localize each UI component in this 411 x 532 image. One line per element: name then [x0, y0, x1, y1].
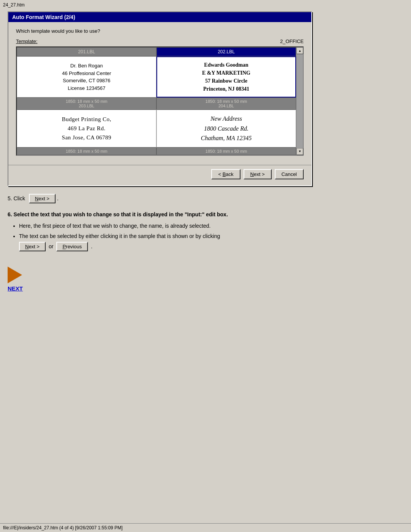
wizard-question: Which template would you like to use? [16, 28, 304, 34]
next-arrow-section: NEXT [8, 267, 403, 293]
next-link[interactable]: NEXT [8, 284, 23, 293]
template-grid: 201.LBL 202.LBL Dr. Ben Rogan46 Proffesi… [17, 47, 296, 155]
wizard-window: Auto Format Wizard (2/4) Which template … [8, 11, 312, 186]
back-label: < Back [218, 171, 233, 177]
period: . [91, 242, 92, 251]
template-preview-201[interactable]: Dr. Ben Rogan46 Proffesional CenterSomer… [17, 56, 156, 97]
template-preview-203[interactable]: Budget Printing Co,469 La Paz Rd.San Jos… [17, 110, 156, 147]
template-label: Template: [16, 38, 37, 44]
next-arrow-icon [8, 267, 22, 283]
step5-next-button[interactable]: Next > [29, 194, 56, 203]
scroll-down-btn[interactable]: ▼ [296, 148, 303, 155]
template-header-202[interactable]: 202.LBL [156, 47, 296, 56]
step5-button-wrapper: Next > [29, 195, 57, 201]
template-dim-203: 1850: 18 mm x 50 mm [17, 147, 156, 155]
template-dim-202: 1850: 18 mm x 50 mm204.LBL [156, 97, 296, 110]
inline-next-button[interactable]: Next > [19, 242, 46, 251]
scrollbar[interactable]: ▲ ▼ [296, 47, 303, 155]
step6-bullets: Here, the first piece of text that we wi… [19, 222, 403, 251]
step5-line: 5. Click Next > . [8, 194, 403, 203]
template-grid-scroll: 201.LBL 202.LBL Dr. Ben Rogan46 Proffesi… [17, 47, 296, 155]
bullet-1: Here, the first piece of text that we wi… [19, 222, 403, 230]
or-text: or [49, 242, 53, 251]
step5-period: . [57, 195, 59, 201]
wizard-titlebar: Auto Format Wizard (2/4) [8, 12, 311, 22]
back-button[interactable]: < Back [211, 169, 240, 179]
template-value: 2_OFFICE [280, 38, 304, 44]
inline-btn-row: Next > or Previous . [19, 242, 403, 251]
scroll-track [296, 54, 303, 148]
step6-label: 6. Select the text that you wish to chan… [8, 211, 228, 217]
wizard-body: Which template would you like to use? Te… [8, 22, 311, 162]
cancel-button[interactable]: Cancel [275, 169, 304, 179]
cancel-label: Cancel [282, 171, 297, 177]
next-button-wizard[interactable]: Next > [244, 169, 272, 179]
wizard-title: Auto Format Wizard (2/4) [12, 14, 75, 20]
page-content: 5. Click Next > . 6. Select the text tha… [8, 194, 403, 293]
step5-label: 5. Click [8, 195, 25, 201]
template-preview-202[interactable]: Edwards GoodmanE &Y MARKETING57 Rainbow … [156, 56, 296, 97]
template-grid-wrapper: 201.LBL 202.LBL Dr. Ben Rogan46 Proffesi… [16, 46, 304, 156]
template-dim-204: 1850: 18 mm x 50 mm [156, 147, 296, 155]
step6-line: 6. Select the text that you wish to chan… [8, 210, 403, 219]
bullet-2: The text can be selected by either click… [19, 232, 403, 251]
status-bar: file:///E|/insiders/24_27.htm (4 of 4) [… [0, 523, 411, 532]
template-preview-204[interactable]: New Address1800 Cascade Rd.Chatham, MA 1… [156, 110, 296, 147]
next-label-wizard: Next > [250, 171, 265, 177]
scroll-up-btn[interactable]: ▲ [296, 47, 303, 54]
inline-previous-button[interactable]: Previous [56, 242, 88, 251]
template-header-201[interactable]: 201.LBL [17, 47, 156, 56]
wizard-footer: < Back Next > Cancel [8, 165, 311, 185]
template-dim-201: 1850: 18 mm x 50 mm203.LBL [17, 97, 156, 110]
page-title: 24_27.htm [0, 0, 411, 8]
